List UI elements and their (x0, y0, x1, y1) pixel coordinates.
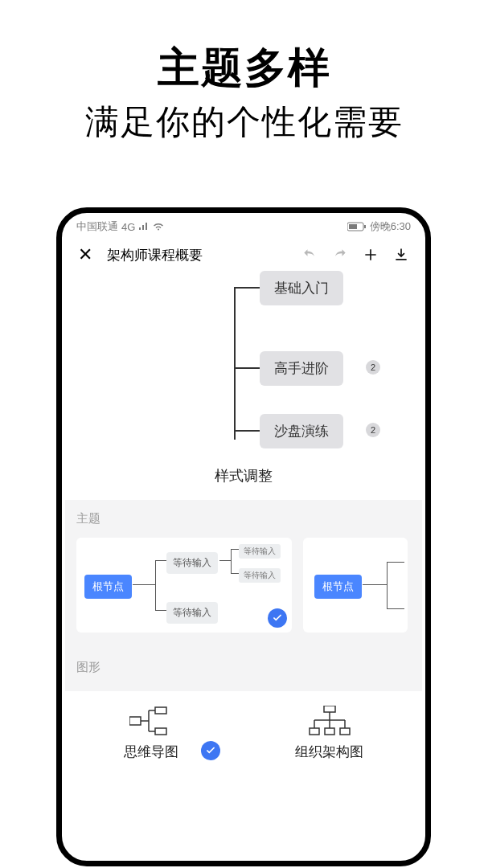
download-icon (393, 247, 409, 263)
theme-option-1[interactable]: 根节点 等待输入 等待输入 等待输入 等待输入 (76, 538, 292, 633)
add-button[interactable] (359, 244, 382, 266)
style-panel: 样式调整 主题 根节点 等待输入 等待输入 (65, 452, 422, 769)
selected-check-icon (201, 741, 220, 760)
theme-section-label: 主题 (76, 511, 411, 526)
redo-icon (332, 247, 348, 263)
promo-subhead: 满足你的个性化需要 (0, 100, 488, 145)
theme-leaf-node: 等待输入 (239, 568, 281, 583)
download-button[interactable] (390, 244, 412, 266)
phone-screen: 中国联通 4G 傍晚6:30 ✕ 架构师课程概要 (65, 216, 422, 858)
svg-rect-13 (340, 728, 350, 735)
connector-line (234, 287, 236, 440)
battery-icon (347, 222, 367, 231)
connector-line (387, 608, 404, 609)
connector-line (231, 573, 239, 574)
undo-button[interactable] (298, 244, 321, 266)
svg-rect-12 (325, 728, 334, 735)
mindmap-node[interactable]: 高手进阶 (260, 351, 343, 386)
connector-line (155, 560, 156, 610)
time-label: 傍晚6:30 (370, 219, 411, 234)
connector-line (234, 367, 260, 369)
svg-rect-4 (155, 707, 166, 714)
theme-option-2[interactable]: 根节点 (303, 538, 408, 633)
status-bar: 中国联通 4G 傍晚6:30 (65, 216, 422, 235)
mindmap-node[interactable]: 基础入门 (260, 271, 343, 305)
selected-check-icon (268, 608, 287, 628)
connector-line (387, 562, 404, 563)
connector-line (234, 430, 260, 432)
editor-toolbar: ✕ 架构师课程概要 (65, 235, 422, 271)
theme-section: 主题 根节点 等待输入 等待输入 等待输入 (65, 500, 422, 649)
child-count-badge: 2 (366, 360, 380, 375)
svg-rect-11 (310, 728, 319, 735)
svg-rect-1 (364, 225, 366, 228)
connector-line (155, 560, 166, 561)
promo-headline: 主题多样 (0, 40, 488, 96)
mindmap-node[interactable]: 沙盘演练 (260, 414, 343, 448)
phone-frame: 中国联通 4G 傍晚6:30 ✕ 架构师课程概要 (56, 207, 431, 866)
shape-options-row: 思维导图 (65, 691, 422, 769)
svg-rect-5 (155, 728, 166, 735)
connector-line (234, 287, 260, 289)
svg-rect-3 (129, 717, 141, 725)
shape-section-header: 图形 (65, 649, 422, 691)
shape-label: 组织架构图 (295, 743, 363, 761)
connector-line (155, 610, 166, 611)
shape-option-mindmap[interactable]: 思维导图 (124, 706, 178, 761)
connector-line (387, 562, 388, 608)
theme-leaf-node: 等待输入 (239, 544, 281, 559)
theme-sub-node: 等待输入 (166, 602, 218, 624)
child-count-badge: 2 (366, 423, 380, 437)
mindmap-type-icon (129, 706, 173, 736)
shape-label: 思维导图 (124, 743, 178, 761)
theme-options-row: 根节点 等待输入 等待输入 等待输入 等待输入 (76, 538, 411, 633)
plus-icon (363, 247, 379, 263)
redo-button[interactable] (329, 244, 351, 266)
theme-root-node: 根节点 (314, 575, 362, 599)
carrier-label: 中国联通 (76, 219, 118, 234)
connector-line (363, 584, 387, 585)
connector-line (231, 549, 232, 573)
mindmap-canvas[interactable]: 基础入门 高手进阶 2 沙盘演练 2 (65, 271, 422, 452)
undo-icon (301, 247, 318, 263)
shape-option-org[interactable]: 组织架构图 (295, 706, 363, 761)
signal-icon (138, 223, 150, 231)
connector-line (219, 560, 231, 561)
org-chart-type-icon (308, 706, 351, 736)
shape-section-label: 图形 (76, 660, 411, 675)
panel-title: 样式调整 (65, 452, 422, 500)
wifi-icon (153, 223, 164, 231)
document-title: 架构师课程概要 (107, 246, 203, 264)
network-label: 4G (121, 221, 135, 233)
close-button[interactable]: ✕ (75, 244, 96, 265)
theme-root-node: 根节点 (84, 575, 132, 599)
connector-line (133, 584, 155, 585)
svg-rect-2 (349, 224, 357, 229)
connector-line (231, 549, 239, 550)
svg-rect-10 (324, 706, 335, 712)
theme-sub-node: 等待输入 (166, 552, 218, 574)
